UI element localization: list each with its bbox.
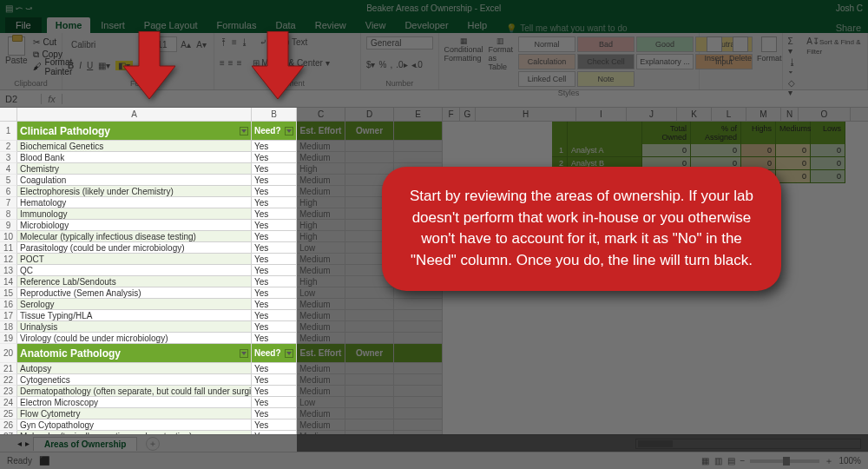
area-cell[interactable]: Immunology (17, 208, 252, 220)
format-cells-button[interactable]: Format (757, 36, 782, 63)
effort-cell[interactable]: Medium (297, 265, 345, 276)
owner-cell[interactable] (345, 374, 394, 386)
need-cell[interactable]: Yes (252, 242, 297, 254)
area-cell[interactable]: Dermatopathology (often separate, but co… (17, 386, 252, 397)
fx-icon[interactable]: fx (42, 94, 62, 104)
effort-cell[interactable]: Medium (297, 321, 345, 333)
area-cell[interactable]: Urinalysis (17, 321, 252, 333)
effort-cell[interactable]: Medium (297, 208, 345, 220)
effort-cell[interactable]: High (297, 197, 345, 208)
effort-cell[interactable]: Medium (297, 299, 345, 310)
filter-icon[interactable] (240, 127, 248, 135)
effort-cell[interactable]: High (297, 163, 345, 175)
effort-cell[interactable]: Medium (297, 431, 345, 434)
need-cell[interactable]: Yes (252, 310, 297, 321)
owner-cell[interactable] (345, 408, 394, 419)
effort-cell[interactable]: High (297, 220, 345, 231)
area-cell[interactable]: Biochemical Genetics (17, 141, 252, 152)
need-cell[interactable]: Yes (252, 175, 297, 186)
need-cell[interactable]: Yes (252, 397, 297, 408)
need-cell[interactable]: Yes (252, 276, 297, 287)
need-cell[interactable]: Yes (252, 363, 297, 374)
inc-decimal-icon[interactable]: .0▸ (396, 60, 407, 69)
need-cell[interactable]: Yes (252, 152, 297, 163)
col-hdr-g[interactable]: G (460, 108, 476, 121)
owner-cell[interactable] (345, 397, 394, 408)
need-cell[interactable]: Yes (252, 197, 297, 208)
area-cell[interactable]: Coagulation (17, 175, 252, 186)
need-cell[interactable]: Yes (252, 419, 297, 431)
effort-cell[interactable]: High (297, 276, 345, 287)
owner-cell[interactable] (345, 299, 394, 310)
area-cell[interactable]: Serology (17, 299, 252, 310)
comma-icon[interactable]: , (390, 60, 392, 69)
align-middle-icon[interactable]: ≡ (232, 37, 237, 47)
style-bad[interactable]: Bad (577, 36, 635, 52)
effort-cell[interactable]: Medium (297, 310, 345, 321)
percent-icon[interactable]: % (378, 60, 386, 69)
effort-cell[interactable]: Medium (297, 363, 345, 374)
col-hdr-d[interactable]: D (345, 108, 394, 121)
effort-cell[interactable]: Medium (297, 175, 345, 186)
effort-cell[interactable]: Medium (297, 186, 345, 197)
need-cell[interactable]: Yes (252, 431, 297, 434)
grow-font-icon[interactable]: A▴ (179, 37, 193, 51)
filter-icon[interactable] (285, 127, 293, 135)
effort-cell[interactable]: Medium (297, 386, 345, 397)
style-linked-cell[interactable]: Linked Cell (518, 71, 575, 87)
area-cell[interactable]: Molecular (typically infectious disease … (17, 231, 252, 242)
effort-cell[interactable]: Medium (297, 408, 345, 419)
style-normal[interactable]: Normal (518, 36, 575, 52)
name-box[interactable]: D2 (0, 94, 42, 104)
style-calculation[interactable]: Calculation (518, 54, 575, 69)
need-cell[interactable]: Yes (252, 163, 297, 175)
owner-cell[interactable] (345, 152, 394, 163)
share-button[interactable]: Share (836, 23, 861, 33)
col-hdr-k[interactable]: K (677, 108, 712, 121)
number-format[interactable]: General (366, 36, 433, 50)
format-as-table-button[interactable]: ▥Format as Table (489, 36, 514, 87)
clear-button[interactable]: ◇ ▾ (788, 78, 800, 97)
sheet-tab-active[interactable]: Areas of Ownership (33, 437, 137, 451)
tab-help[interactable]: Help (459, 17, 496, 33)
area-cell[interactable]: Molecular (typically genetic oncology te… (17, 431, 252, 434)
col-hdr-m[interactable]: M (746, 108, 781, 121)
horizontal-scrollbar[interactable] (635, 439, 861, 449)
effort-cell[interactable]: Medium (297, 374, 345, 386)
conditional-formatting-button[interactable]: ▦Conditional Formatting (444, 36, 483, 87)
italic-button[interactable]: I (79, 61, 82, 70)
area-cell[interactable]: Electron Microscopy (17, 397, 252, 408)
owner-cell[interactable] (345, 386, 394, 397)
col-hdr-h[interactable]: H (476, 108, 576, 121)
effort-cell[interactable]: Low (297, 397, 345, 408)
prev-sheet-icon[interactable]: ◂ (17, 439, 22, 448)
new-sheet-button[interactable]: ＋ (146, 437, 160, 451)
area-cell[interactable]: Chemistry (17, 163, 252, 175)
col-hdr-i[interactable]: I (576, 108, 627, 121)
need-cell[interactable]: Yes (252, 265, 297, 276)
tab-file[interactable]: File (5, 17, 42, 33)
area-cell[interactable]: Reference Lab/Sendouts (17, 276, 252, 287)
area-cell[interactable]: Microbiology (17, 220, 252, 231)
need-cell[interactable]: Yes (252, 333, 297, 344)
shrink-font-icon[interactable]: A▾ (194, 37, 208, 51)
bold-button[interactable]: B (68, 61, 74, 70)
area-cell[interactable]: Electrophoresis (likely under Chemistry) (17, 186, 252, 197)
need-cell[interactable]: Yes (252, 231, 297, 242)
need-cell[interactable]: Yes (252, 220, 297, 231)
col-hdr-o[interactable]: O (799, 108, 851, 121)
autosum-button[interactable]: Σ ▾ (788, 36, 800, 56)
scroll-thumb[interactable] (638, 440, 673, 447)
col-hdr-j[interactable]: J (627, 108, 677, 121)
area-cell[interactable]: Gyn Cytopathology (17, 419, 252, 431)
paste-button[interactable]: Paste (5, 36, 28, 72)
owner-cell[interactable] (345, 310, 394, 321)
effort-cell[interactable]: Low (297, 242, 345, 254)
style-good[interactable]: Good (636, 36, 694, 52)
tab-review[interactable]: Review (306, 17, 355, 33)
effort-cell[interactable]: Medium (297, 141, 345, 152)
effort-cell[interactable]: Medium (297, 254, 345, 265)
style-note[interactable]: Note (577, 71, 635, 87)
filter-icon[interactable] (285, 349, 293, 358)
owner-cell[interactable] (345, 333, 394, 344)
